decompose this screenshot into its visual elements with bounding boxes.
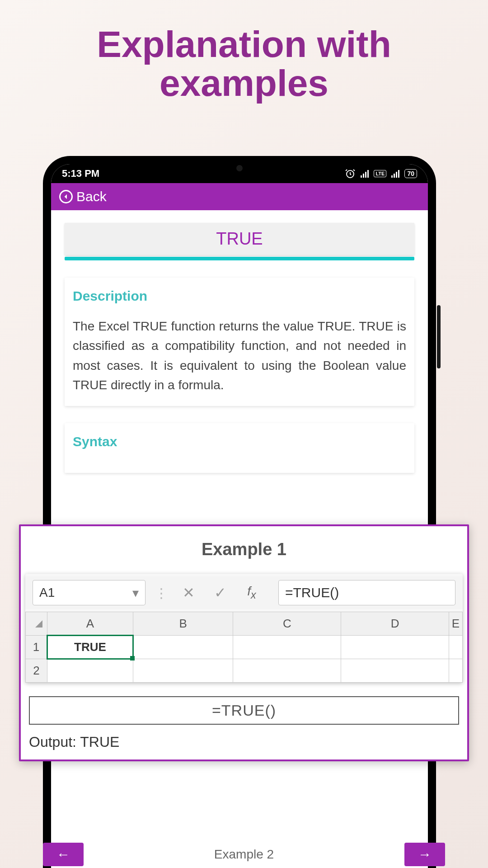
app-header: Back [51,183,428,210]
back-label: Back [76,189,107,204]
formula-bar: A1 ▾ ⋮ ✕ ✓ fx =TRUE() [25,576,463,609]
promo-line-1: Explanation with [0,25,488,64]
description-label: Description [73,288,406,304]
cell-reference-box[interactable]: A1 ▾ [33,580,145,605]
cell[interactable] [341,659,449,683]
content-area: TRUE Description The Excel TRUE function… [51,210,428,486]
signal-icon [360,169,369,178]
vertical-dots-icon: ⋮ [155,585,168,601]
title-underline [65,257,414,260]
cell[interactable] [47,659,133,683]
back-arrow-icon [59,190,73,203]
syntax-label: Syntax [73,434,406,449]
phone-screen: 5:13 PM LTE 70 [51,164,428,868]
battery-icon: 70 [404,169,417,178]
col-header[interactable]: A [47,612,133,636]
svg-rect-1 [361,175,362,178]
alarm-icon [345,168,356,179]
lte-icon: LTE [374,170,386,177]
svg-rect-5 [391,175,393,178]
confirm-icon[interactable]: ✓ [209,584,231,601]
svg-rect-4 [367,170,369,178]
signal-2-icon [391,169,400,178]
svg-rect-7 [396,172,397,178]
example-overlay: Example 1 A1 ▾ ⋮ ✕ ✓ fx =TRUE() A B C D … [19,524,469,761]
promo-headline: Explanation with examples [0,0,488,103]
cell[interactable] [233,636,341,659]
example-title: Example 1 [25,540,463,559]
cell[interactable] [449,659,463,683]
description-text: The Excel TRUE function returns the valu… [73,316,406,395]
col-header[interactable]: E [449,612,463,636]
cancel-icon[interactable]: ✕ [177,584,200,601]
next-button[interactable]: → [404,843,445,866]
select-all-corner[interactable] [26,612,47,636]
cell-ref-value: A1 [39,585,55,600]
phone-camera [236,165,243,171]
bottom-nav: ← Example 2 → [43,840,445,868]
col-header[interactable]: C [233,612,341,636]
back-button[interactable]: Back [59,189,107,204]
description-card: Description The Excel TRUE function retu… [65,278,414,406]
bottom-center-label: Example 2 [84,847,404,862]
cell[interactable] [449,636,463,659]
spreadsheet-grid[interactable]: A B C D E 1 TRUE 2 [25,612,463,683]
prev-button[interactable]: ← [43,843,84,866]
cell[interactable] [233,659,341,683]
svg-rect-3 [365,172,366,178]
cell[interactable] [341,636,449,659]
col-header[interactable]: D [341,612,449,636]
page-title: TRUE [65,223,414,255]
syntax-card: Syntax [65,423,414,473]
arrow-left-icon: ← [56,847,70,862]
arrow-right-icon: → [418,847,432,862]
row-header[interactable]: 2 [26,659,47,683]
cell[interactable] [133,636,233,659]
promo-line-2: examples [0,64,488,103]
cell-a1[interactable]: TRUE [47,636,133,659]
col-header[interactable]: B [133,612,233,636]
svg-rect-6 [394,174,395,178]
status-time: 5:13 PM [62,168,99,179]
spreadsheet-widget: A1 ▾ ⋮ ✕ ✓ fx =TRUE() A B C D E 1 TRUE [25,574,463,683]
formula-input[interactable]: =TRUE() [278,580,455,605]
formula-display: =TRUE() [29,696,459,725]
svg-rect-8 [398,170,399,178]
chevron-down-icon: ▾ [132,585,139,600]
fx-icon[interactable]: fx [240,584,263,601]
phone-side-button [437,305,441,368]
svg-rect-2 [363,174,364,178]
output-text: Output: TRUE [25,734,463,750]
row-header[interactable]: 1 [26,636,47,659]
formula-input-value: =TRUE() [285,585,339,600]
cell[interactable] [133,659,233,683]
